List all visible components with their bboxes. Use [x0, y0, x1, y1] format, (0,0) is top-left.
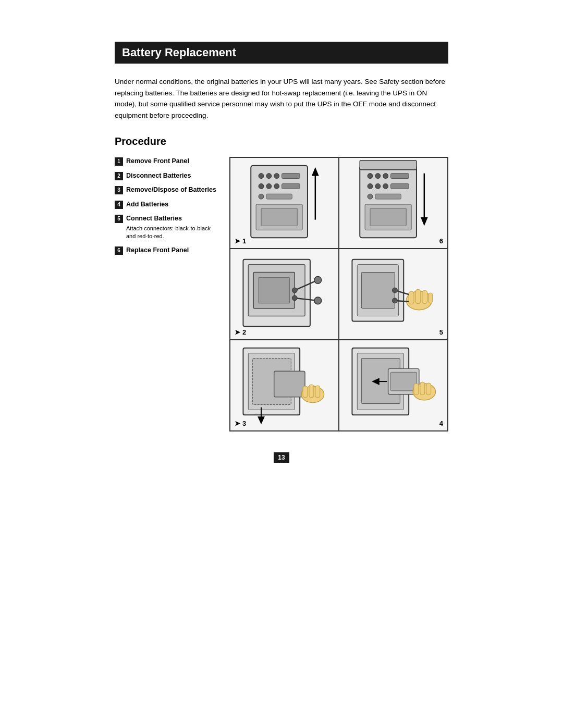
step-label-2: Disconnect Batteries [126, 171, 191, 181]
svg-rect-4 [282, 174, 300, 179]
diagram-cell-4: 4 [339, 340, 448, 431]
intro-text: Under normal conditions, the original ba… [115, 76, 448, 121]
svg-marker-30 [421, 217, 428, 226]
step-num-6: 6 [115, 246, 123, 255]
svg-rect-48 [429, 293, 433, 303]
svg-rect-27 [370, 208, 406, 226]
diagram-label-2: ➤ 2 [235, 328, 246, 336]
step-3: 3 Remove/Dispose of Batteries [115, 186, 219, 195]
svg-rect-43 [361, 273, 395, 309]
diagram-cell-5: 5 [339, 249, 448, 340]
step-num-1: 1 [115, 157, 123, 166]
svg-point-24 [368, 194, 373, 200]
svg-point-20 [368, 184, 373, 189]
procedure-title: Procedure [115, 135, 448, 147]
step-label-6: Replace Front Panel [126, 246, 189, 255]
svg-point-37 [292, 288, 297, 293]
svg-point-52 [393, 298, 398, 303]
svg-rect-12 [261, 208, 297, 226]
step-num-4: 4 [115, 201, 123, 209]
svg-rect-34 [259, 278, 289, 303]
svg-point-3 [274, 174, 279, 179]
svg-rect-23 [391, 184, 409, 189]
diagram-label-5: 5 [439, 328, 443, 336]
diagram-cell-6: 6 [339, 157, 448, 249]
svg-point-9 [259, 194, 264, 200]
page-number: 13 [274, 452, 289, 463]
svg-rect-69 [414, 384, 419, 395]
svg-rect-47 [422, 290, 427, 304]
svg-rect-56 [274, 372, 305, 397]
diagram-cell-3: ➤ 3 [230, 340, 339, 431]
svg-point-39 [314, 297, 322, 304]
step-5: 5 Connect Batteries Attach connectors: b… [115, 214, 219, 240]
svg-rect-71 [426, 383, 431, 395]
step-5-note: Attach connectors: black-to-black and re… [126, 225, 219, 241]
page-number-container: 13 [115, 452, 448, 463]
page-container: Battery Replacement Under normal conditi… [104, 0, 459, 494]
step-4: 4 Add Batteries [115, 200, 219, 209]
step-num-3: 3 [115, 186, 123, 194]
diagram-label-3: ➤ 3 [235, 419, 246, 427]
diagram-label-6: 6 [439, 237, 443, 245]
step-num-2: 2 [115, 172, 123, 180]
diagram-label-1: ➤ 1 [235, 237, 246, 245]
step-label-1: Remove Front Panel [126, 157, 189, 166]
step-6: 6 Replace Front Panel [115, 246, 219, 255]
section-title: Battery Replacement [115, 42, 448, 64]
svg-rect-60 [315, 386, 320, 398]
svg-point-50 [393, 288, 398, 293]
svg-point-17 [375, 174, 381, 179]
procedure-container: 1 Remove Front Panel 2 Disconnect Batter… [115, 157, 448, 431]
diagram-cell-1: ➤ 1 [230, 157, 339, 249]
steps-list: 1 Remove Front Panel 2 Disconnect Batter… [115, 157, 219, 431]
svg-rect-19 [391, 174, 409, 179]
step-num-5: 5 [115, 215, 123, 223]
step-2: 2 Disconnect Batteries [115, 171, 219, 181]
svg-point-21 [375, 184, 381, 189]
svg-point-18 [383, 174, 388, 179]
svg-point-5 [259, 184, 264, 189]
svg-rect-25 [375, 194, 401, 200]
step-label-3: Remove/Dispose of Batteries [126, 186, 216, 195]
svg-point-6 [266, 184, 272, 189]
svg-rect-58 [303, 386, 308, 398]
svg-rect-28 [360, 161, 417, 170]
svg-rect-45 [409, 291, 414, 304]
svg-point-22 [383, 184, 388, 189]
svg-rect-8 [282, 184, 300, 189]
svg-point-7 [274, 184, 279, 189]
step-label-5: Connect Batteries Attach connectors: bla… [126, 214, 219, 240]
step-1: 1 Remove Front Panel [115, 157, 219, 166]
svg-point-1 [259, 174, 264, 179]
diagram-label-4: 4 [439, 419, 443, 427]
svg-rect-67 [391, 373, 417, 391]
svg-point-36 [314, 277, 322, 284]
step-label-4: Add Batteries [126, 200, 168, 209]
svg-point-2 [266, 174, 272, 179]
svg-rect-59 [309, 385, 314, 398]
svg-rect-10 [266, 194, 292, 200]
svg-rect-70 [420, 382, 425, 395]
svg-rect-46 [415, 289, 421, 304]
diagrams-grid: ➤ 1 [229, 157, 448, 431]
svg-marker-62 [258, 417, 265, 425]
svg-point-40 [292, 295, 297, 301]
diagram-cell-2: ➤ 2 [230, 249, 339, 340]
svg-marker-14 [312, 167, 319, 176]
svg-point-16 [368, 174, 373, 179]
